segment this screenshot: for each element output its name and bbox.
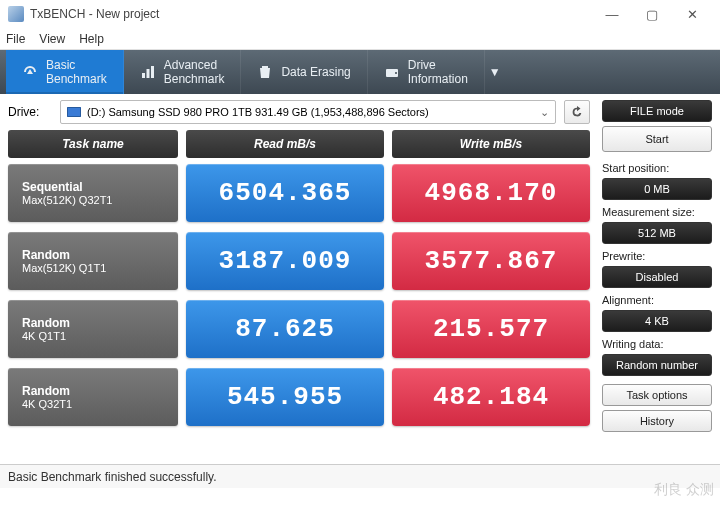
- alignment-value[interactable]: 4 KB: [602, 310, 712, 332]
- bars-icon: [140, 64, 156, 80]
- gauge-icon: [22, 64, 38, 80]
- write-value: 4968.170: [392, 164, 590, 222]
- app-icon: [8, 6, 24, 22]
- tabbar: Basic Benchmark Advanced Benchmark Data …: [0, 50, 720, 94]
- header-write: Write mB/s: [392, 130, 590, 158]
- alignment-label: Alignment:: [602, 294, 712, 306]
- header-task: Task name: [8, 130, 178, 158]
- disk-icon: [67, 107, 81, 117]
- row-sequential: Sequential Max(512K) Q32T1 6504.365 4968…: [8, 164, 590, 222]
- read-value: 3187.009: [186, 232, 384, 290]
- benchmark-rows: Sequential Max(512K) Q32T1 6504.365 4968…: [8, 164, 590, 460]
- tab-label: Advanced Benchmark: [164, 58, 225, 86]
- menubar: File View Help: [0, 28, 720, 50]
- tab-label: Basic Benchmark: [46, 58, 107, 86]
- task-name[interactable]: Random 4K Q32T1: [8, 368, 178, 426]
- status-text: Basic Benchmark finished successfully.: [8, 470, 217, 484]
- drive-value: (D:) Samsung SSD 980 PRO 1TB 931.49 GB (…: [87, 106, 429, 118]
- titlebar: TxBENCH - New project — ▢ ✕: [0, 0, 720, 28]
- tab-drive-information[interactable]: Drive Information: [368, 50, 485, 94]
- prewrite-label: Prewrite:: [602, 250, 712, 262]
- close-button[interactable]: ✕: [672, 0, 712, 28]
- writing-data-label: Writing data:: [602, 338, 712, 350]
- svg-rect-2: [151, 66, 154, 78]
- write-value: 482.184: [392, 368, 590, 426]
- start-position-label: Start position:: [602, 162, 712, 174]
- window-controls: — ▢ ✕: [592, 0, 712, 28]
- start-button[interactable]: Start: [602, 126, 712, 152]
- task-name[interactable]: Random Max(512K) Q1T1: [8, 232, 178, 290]
- tab-label: Data Erasing: [281, 65, 350, 79]
- measurement-size-value[interactable]: 512 MB: [602, 222, 712, 244]
- read-value: 87.625: [186, 300, 384, 358]
- menu-view[interactable]: View: [39, 32, 65, 46]
- menu-file[interactable]: File: [6, 32, 25, 46]
- refresh-button[interactable]: [564, 100, 590, 124]
- header-read: Read mB/s: [186, 130, 384, 158]
- tab-label: Drive Information: [408, 58, 468, 86]
- drive-select[interactable]: (D:) Samsung SSD 980 PRO 1TB 931.49 GB (…: [60, 100, 556, 124]
- file-mode-button[interactable]: FILE mode: [602, 100, 712, 122]
- minimize-button[interactable]: —: [592, 0, 632, 28]
- svg-point-4: [395, 72, 397, 74]
- write-value: 215.577: [392, 300, 590, 358]
- tab-advanced-benchmark[interactable]: Advanced Benchmark: [124, 50, 242, 94]
- row-random-4k-q1t1: Random 4K Q1T1 87.625 215.577: [8, 300, 590, 358]
- refresh-icon: [570, 105, 584, 119]
- task-options-button[interactable]: Task options: [602, 384, 712, 406]
- svg-rect-0: [142, 73, 145, 78]
- measurement-size-label: Measurement size:: [602, 206, 712, 218]
- drive-icon: [384, 64, 400, 80]
- history-button[interactable]: History: [602, 410, 712, 432]
- erase-icon: [257, 64, 273, 80]
- statusbar: Basic Benchmark finished successfully.: [0, 464, 720, 488]
- tab-dropdown[interactable]: ▼: [485, 50, 505, 94]
- side-panel: FILE mode Start Start position: 0 MB Mea…: [598, 94, 720, 464]
- read-value: 545.955: [186, 368, 384, 426]
- write-value: 3577.867: [392, 232, 590, 290]
- tab-data-erasing[interactable]: Data Erasing: [241, 50, 367, 94]
- writing-data-value[interactable]: Random number: [602, 354, 712, 376]
- row-random-512k-q1t1: Random Max(512K) Q1T1 3187.009 3577.867: [8, 232, 590, 290]
- maximize-button[interactable]: ▢: [632, 0, 672, 28]
- tab-basic-benchmark[interactable]: Basic Benchmark: [6, 50, 124, 94]
- read-value: 6504.365: [186, 164, 384, 222]
- drive-label: Drive:: [8, 105, 52, 119]
- task-name[interactable]: Random 4K Q1T1: [8, 300, 178, 358]
- menu-help[interactable]: Help: [79, 32, 104, 46]
- task-name[interactable]: Sequential Max(512K) Q32T1: [8, 164, 178, 222]
- row-random-4k-q32t1: Random 4K Q32T1 545.955 482.184: [8, 368, 590, 426]
- prewrite-value[interactable]: Disabled: [602, 266, 712, 288]
- start-position-value[interactable]: 0 MB: [602, 178, 712, 200]
- window-title: TxBENCH - New project: [30, 7, 592, 21]
- svg-rect-1: [146, 69, 149, 78]
